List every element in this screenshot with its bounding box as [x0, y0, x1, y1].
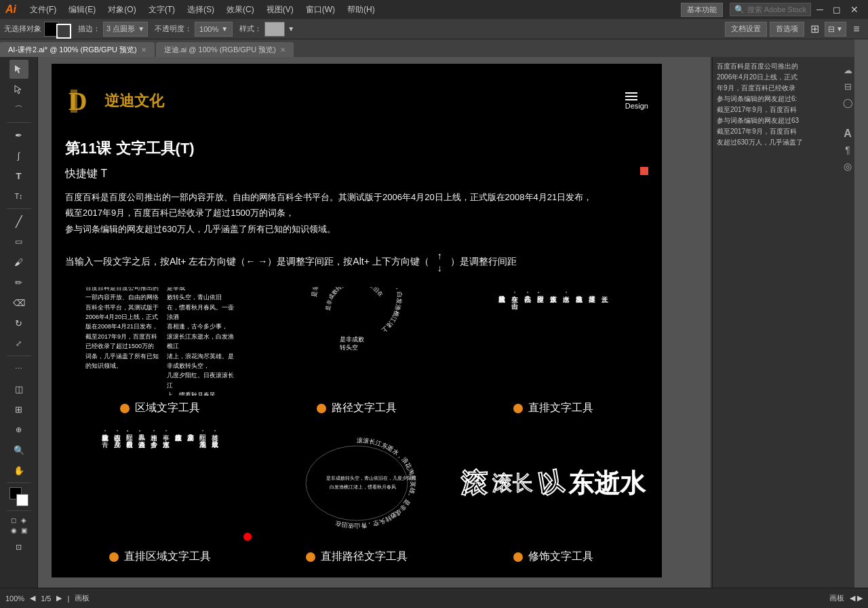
line-tool[interactable]: ╱	[9, 212, 28, 231]
vert-path-svg: 滚滚长江东逝水，浪花淘尽英雄。是非成败转头空，青山依旧在 是非成败转头空，青山依…	[289, 429, 425, 537]
tab-close-1[interactable]: ✕	[280, 46, 285, 54]
style-dropdown-arrow[interactable]: ▼	[288, 25, 294, 33]
panel-icon-1[interactable]: ⊟	[841, 79, 854, 93]
hamburger-menu[interactable]: Design	[625, 92, 648, 110]
panel-icon-4[interactable]: ¶	[841, 143, 854, 157]
search-stock-bar[interactable]: 🔍 搜索 Adobe Stock	[730, 3, 811, 16]
menu-bar: Ai 文件(F) 编辑(E) 对象(O) 文字(T) 选择(S) 效果(C) 视…	[0, 0, 868, 19]
blend-tool[interactable]: ⋯	[9, 359, 28, 378]
deco-char-1: 滚	[461, 466, 487, 501]
touch-type-tool[interactable]: T↕	[9, 187, 28, 206]
panel-icon-3[interactable]: A	[841, 127, 854, 140]
menu-file[interactable]: 文件(F)	[24, 3, 62, 17]
menu-effect[interactable]: 效果(C)	[221, 3, 260, 17]
vert-area-col-7: 白雄发滚滚长江东	[174, 429, 184, 537]
canvas-area: D 逆迪文化 Design 第11课 文字工具(T) 快捷键 T	[38, 57, 719, 588]
brush-selector[interactable]: 3 点圆形 ▼	[103, 22, 148, 37]
menu-object[interactable]: 对象(O)	[102, 3, 141, 17]
behind-mode[interactable]: ◈	[19, 515, 28, 525]
preferences-button[interactable]: 首选项	[770, 22, 804, 37]
basic-function-dropdown[interactable]: 基本功能	[681, 3, 723, 17]
logo-icon: D	[65, 84, 99, 118]
vert-area-col-5: 相逢，古今多少	[149, 429, 159, 537]
menu-select[interactable]: 选择(S)	[182, 3, 220, 17]
no-selection-label: 无选择对象	[4, 24, 41, 34]
close-button[interactable]: ✕	[846, 3, 863, 16]
toolbar-row: 无选择对象 描边： 3 点圆形 ▼ 不透明度： 100% ▼ 样式： ▼ 文档设…	[0, 19, 868, 39]
opacity-control[interactable]: 100% ▼	[195, 22, 233, 37]
view-mode-icons: ◻ ◈ ◉ ▣	[9, 515, 28, 535]
zoom-level: 100%	[5, 594, 24, 603]
rotate-tool[interactable]: ↻	[9, 314, 28, 332]
direct-select-tool[interactable]	[9, 80, 28, 99]
panel-icon-5[interactable]: ◎	[841, 159, 854, 173]
curvature-tool[interactable]: ∫	[9, 146, 28, 165]
svg-text:是非成败转头空，青山依旧在，几度夕阳红: 是非成败转头空，青山依旧在，几度夕阳红	[326, 476, 416, 481]
nav-prev[interactable]: ◀	[30, 594, 35, 603]
scale-tool[interactable]: ⤢	[9, 334, 28, 353]
cloud-icon[interactable]: ☁	[841, 63, 854, 77]
paintbrush-tool[interactable]: 🖌	[9, 252, 28, 271]
normal-mode[interactable]: ◻	[9, 515, 18, 525]
style-swatch[interactable]	[264, 22, 285, 37]
more-options-button[interactable]: ≡	[849, 22, 864, 37]
minimize-button[interactable]: ─	[812, 3, 827, 16]
vert-area-col-3: 阳红。依旧看秋月	[125, 429, 135, 537]
logo-text: 逆迪文化	[104, 91, 164, 111]
artboard: D 逆迪文化 Design 第11课 文字工具(T) 快捷键 T	[52, 64, 662, 577]
pen-tool[interactable]: ✒	[9, 126, 28, 145]
isolate-mode[interactable]: ▣	[19, 525, 28, 535]
nav-controls[interactable]: ◀ ▶	[850, 594, 863, 603]
menu-view[interactable]: 视图(V)	[261, 3, 299, 17]
panel-icon-2[interactable]: ◯	[841, 96, 854, 109]
arrange-button[interactable]: ⊞	[807, 22, 822, 37]
menu-help[interactable]: 帮助(H)	[342, 3, 380, 17]
description-text: 百度百科是百度公司推出的一部内容开放、自由的网络百科全书平台。其测试版于2006…	[65, 189, 648, 237]
app-logo: Ai	[5, 3, 16, 16]
vertical-text-visual: 旧是非成败转 在头空，青山 几依旧在， 度夕阳红。 滚滚长江东 白逝水， 发渔樵…	[458, 287, 648, 396]
vert-area-col-8: 发渐几度夕	[186, 429, 196, 537]
restore-button[interactable]: ◻	[829, 3, 845, 16]
eraser-tool[interactable]: ⌫	[9, 293, 28, 312]
vert-col-2: 在头空，青山	[510, 290, 520, 392]
instruction-text: 当输入一段文字之后，按Alt+ 左右方向键（← →）是调整字间距，按Alt+ 上…	[65, 250, 648, 273]
zoom-tool[interactable]: 🔍	[9, 440, 28, 459]
artboard-label: 画板	[75, 593, 90, 603]
properties-content: 百度百科是百度公司推出的 2006年4月20日上线，正式 年9月，百度百科已经收…	[717, 61, 850, 148]
demo-path-text: 是非成败转头空，青山依旧在，几度夕阳红，白发渔樵江渚上 是非成败转头空，青山依旧…	[262, 287, 452, 415]
svg-text:是非成败转头空，青山依旧在，几度夕阳红，白发渔樵江渚上: 是非成败转头空，青山依旧在，几度夕阳红，白发渔樵江渚上	[311, 287, 403, 334]
status-info: 画板	[829, 593, 844, 603]
artboard-tool[interactable]: ⊡	[9, 537, 28, 556]
type-tool[interactable]: T	[9, 166, 28, 185]
tabs-row: AI-课件2.ai* @ 100% (RGB/GPU 预览) ✕ 逆迪.ai @…	[0, 39, 854, 57]
shape-builder-tool[interactable]: ⊕	[9, 420, 28, 439]
inside-mode[interactable]: ◉	[9, 525, 18, 535]
menu-edit[interactable]: 编辑(E)	[63, 3, 101, 17]
select-tool[interactable]	[9, 60, 28, 79]
artboard-header: D 逆迪文化 Design	[65, 77, 648, 125]
tab-nidi[interactable]: 逆迪.ai @ 100% (RGB/GPU 预览) ✕	[156, 42, 294, 57]
area-text-left: 百度百科是百度公司推出的一部内容开放、自由的网络百科全书平台，其测试版于2006…	[85, 287, 160, 396]
nav-next[interactable]: ▶	[56, 594, 62, 603]
tab-close-0[interactable]: ✕	[141, 46, 146, 54]
mesh-tool[interactable]: ⊞	[9, 400, 28, 419]
vert-path-visual: 滚滚长江东逝水，浪花淘尽英雄。是非成败转头空，青山依旧在 是非成败转头空，青山依…	[262, 422, 452, 544]
menu-window[interactable]: 窗口(W)	[300, 3, 340, 17]
gradient-tool[interactable]: ◫	[9, 379, 28, 398]
stroke-color-swatch[interactable]	[56, 24, 71, 39]
hand-tool[interactable]: ✋	[9, 461, 28, 480]
pencil-tool[interactable]: ✏	[9, 273, 28, 292]
menu-type[interactable]: 文字(T)	[143, 3, 180, 17]
vert-col-7: 发渔樵浪花	[574, 290, 585, 392]
doc-settings-button[interactable]: 文档设置	[725, 22, 767, 37]
page-indicator: 1/5	[41, 594, 51, 603]
tab-ai-course[interactable]: AI-课件2.ai* @ 100% (RGB/GPU 预览) ✕	[0, 42, 155, 57]
svg-text:是非成败转头空，青山依旧在: 是非成败转头空，青山依旧在	[325, 287, 384, 311]
shortcut-line: 快捷键 T	[65, 167, 648, 181]
lasso-tool[interactable]: ⌒	[9, 100, 28, 119]
rect-tool[interactable]: ▭	[9, 232, 28, 251]
logo: D 逆迪文化	[65, 84, 164, 118]
panel-toggle[interactable]: ⊟ ▼	[825, 22, 846, 37]
left-tools-panel: ⌒ ✒ ∫ T T↕ ╱ ▭ 🖌 ✏ ⌫ ↻ ⤢ ⋯ ◫ ⊞ ⊕ 🔍 ✋ ◻ ◈…	[0, 57, 38, 588]
foreground-color[interactable]	[9, 487, 28, 506]
